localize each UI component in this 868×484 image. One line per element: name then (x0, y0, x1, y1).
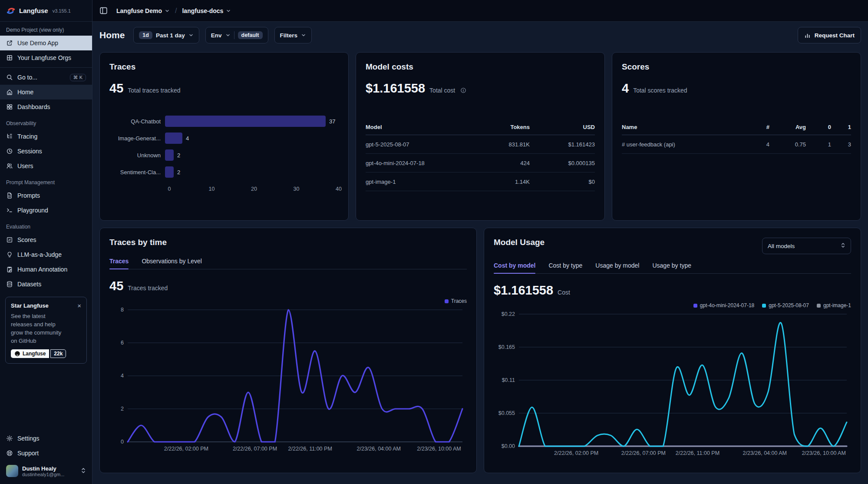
sidebar-item-label: Tracing (17, 133, 37, 140)
sidebar-item-home[interactable]: Home (0, 85, 92, 99)
percent-square-icon (6, 236, 13, 243)
model-costs-total-label: Total cost (429, 87, 455, 94)
bar-value-label: 2 (177, 169, 180, 176)
card-title: Model costs (366, 62, 595, 72)
sidebar-item-use-demo-app[interactable]: Use Demo App (0, 36, 92, 50)
y-axis-tick-label: $0.22 (502, 311, 515, 317)
sidebar-item-dashboards[interactable]: Dashboards (0, 99, 92, 114)
table-cell: 1 (806, 141, 831, 148)
legend-swatch (693, 304, 697, 308)
user-menu[interactable]: Dustin Healy dustinhealy1@gm... (0, 461, 92, 481)
sidebar-item-label: Settings (17, 435, 40, 442)
bar-row: QA-Chatbot37 (109, 116, 339, 127)
close-icon[interactable]: × (77, 302, 81, 309)
y-axis-tick-label: $0.055 (498, 410, 515, 416)
app-root: Langfuse v3.155.1 Demo Project (view onl… (0, 0, 868, 484)
model-usage-card: Model Usage All models Cost by model (484, 228, 861, 473)
tab-cost-by-model[interactable]: Cost by model (494, 259, 535, 273)
bar-category-label: Sentiment-Cla... (109, 169, 165, 176)
github-icon (14, 351, 20, 357)
card-title: Scores (622, 62, 851, 72)
langfuse-logo-icon (6, 6, 16, 16)
tab-observations-by-level[interactable]: Observations by Level (142, 254, 202, 269)
sidebar-item-tracing[interactable]: Tracing (0, 129, 92, 144)
bar-track: 4 (165, 133, 339, 144)
filters-button[interactable]: Filters (274, 27, 312, 43)
user-email: dustinhealy1@gm... (22, 472, 64, 477)
request-chart-button[interactable]: Request Chart (798, 27, 861, 43)
sidebar-item-label: Users (17, 162, 33, 169)
sidebar-item-prompts[interactable]: Prompts (0, 188, 92, 203)
y-axis-tick-label: 0 (121, 439, 124, 445)
env-filter[interactable]: Env default (205, 27, 268, 43)
line-chart-canvas: $0.00$0.055$0.11$0.165$0.222/22/26, 02:0… (494, 311, 851, 458)
sidebar-item-scores[interactable]: Scores (0, 232, 92, 247)
model-usage-cost-label: Cost (558, 289, 570, 296)
github-star-count: 22k (50, 349, 66, 358)
sidebar-item-datasets[interactable]: Datasets (0, 277, 92, 292)
table-cell: 0.75 (769, 141, 806, 148)
sidebar-item-llm-as-a-judge[interactable]: LLM-as-a-Judge (0, 247, 92, 262)
sidebar-item-label: Use Demo App (17, 40, 58, 46)
chevrons-up-down-icon (841, 242, 845, 249)
model-costs-card: Model costs $1.161558 Total cost ModelTo… (356, 52, 605, 221)
sidebar-item-goto[interactable]: Go to... ⌘ K (0, 70, 92, 85)
sidebar-item-support[interactable]: Support (0, 446, 92, 461)
traces-by-time-card: Traces by time Traces Observations by Le… (99, 228, 477, 473)
topbar: Langfuse Demo / langfuse-docs (92, 0, 868, 22)
traces-by-time-chart: 024682/22/26, 02:00 PM2/22/26, 07:00 PM2… (109, 306, 467, 454)
x-axis-tick-label: 20 (251, 186, 257, 192)
traces-card: Traces 45 Total traces tracked QA-Chatbo… (99, 52, 349, 221)
date-range-label: Past 1 day (156, 32, 185, 39)
tab-cost-by-type[interactable]: Cost by type (548, 259, 582, 273)
sidebar-item-label: Dashboards (17, 103, 50, 110)
table-row: gpt-4o-mini-2024-07-18424$0.000135 (366, 154, 595, 172)
org-selector[interactable]: Langfuse Demo (116, 7, 170, 14)
env-label: Env (211, 32, 222, 39)
sidebar-item-human-annotation[interactable]: Human Annotation (0, 262, 92, 277)
sidebar-item-users[interactable]: Users (0, 159, 92, 173)
legend-label: Traces (451, 298, 467, 304)
bar (165, 133, 182, 144)
info-icon[interactable] (460, 87, 466, 93)
table-cell: $1.161423 (530, 141, 595, 148)
sidebar-item-label: Datasets (17, 281, 41, 288)
y-axis-tick-label: 2 (121, 406, 124, 412)
tab-usage-by-model[interactable]: Usage by model (595, 259, 639, 273)
dashboard-content: Traces 45 Total traces tracked QA-Chatbo… (92, 49, 868, 480)
sidebar-item-label: Scores (17, 236, 36, 243)
bar (165, 116, 326, 127)
model-select[interactable]: All models (762, 238, 851, 254)
page-header: Home 1d Past 1 day Env default Filters (92, 22, 868, 49)
y-axis-tick-label: $0.11 (502, 377, 515, 383)
divider (0, 67, 92, 68)
tab-traces[interactable]: Traces (109, 254, 129, 269)
file-code-icon (6, 192, 13, 199)
bar-track: 2 (165, 166, 339, 178)
x-axis-tick-label: 40 (336, 186, 342, 192)
sidebar-item-playground[interactable]: Playground (0, 203, 92, 218)
env-value-chip: default (238, 31, 263, 39)
model-usage-cost-value: $1.161558 (494, 283, 553, 298)
table-cell: 424 (465, 160, 530, 166)
legend-swatch (762, 304, 766, 308)
sidebar-item-your-langfuse-orgs[interactable]: Your Langfuse Orgs (0, 50, 92, 65)
sidebar-item-sessions[interactable]: Sessions (0, 144, 92, 159)
breadcrumb-separator: / (175, 7, 177, 15)
x-axis-tick-label: 0 (168, 186, 171, 192)
x-axis-tick-label: 2/22/26, 02:00 PM (554, 450, 598, 456)
table-header-cell: USD (530, 124, 595, 130)
chart-legend: Traces (109, 298, 467, 305)
x-axis-tick-label: 2/22/26, 07:00 PM (621, 450, 666, 456)
panel-left-toggle-icon[interactable] (99, 7, 108, 15)
legend-label: gpt-5-2025-08-07 (769, 302, 809, 308)
project-selector[interactable]: langfuse-docs (182, 7, 231, 14)
list-tree-icon (6, 133, 13, 140)
tab-usage-by-type[interactable]: Usage by type (652, 259, 691, 273)
legend-swatch (445, 299, 449, 303)
table-header-cell: Tokens (465, 124, 530, 130)
github-star-badge[interactable]: Langfuse 22k (11, 349, 81, 358)
model-costs-table: ModelTokensUSDgpt-5-2025-08-07831.81K$1.… (366, 119, 595, 191)
sidebar-item-settings[interactable]: Settings (0, 431, 92, 446)
date-range-picker[interactable]: 1d Past 1 day (133, 27, 199, 43)
